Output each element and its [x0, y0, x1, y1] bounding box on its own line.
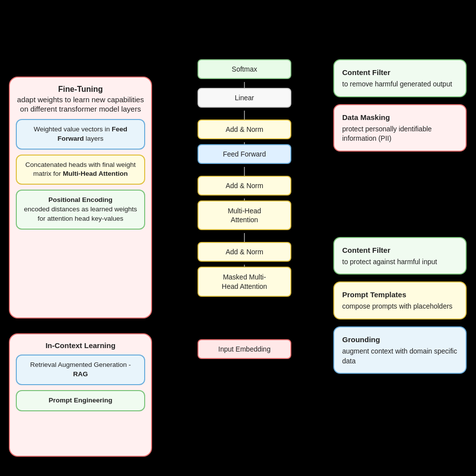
multihead-bold: Multi-Head Attention [63, 170, 127, 177]
content-filter-input-box: Content Filter to protect against harmfu… [333, 237, 467, 275]
softmax-block: Softmax [198, 59, 291, 79]
data-masking-text: protect personally identifiable informat… [342, 125, 432, 143]
in-context-title: In-Context Learning [16, 341, 145, 350]
grounding-text: augment context with domain specific dat… [342, 347, 457, 365]
addnorm-label-3: Add & Norm [226, 248, 263, 256]
vline2 [244, 111, 245, 119]
multihead-block: Multi-HeadAttention [198, 200, 291, 230]
center-column: Softmax Linear Add & Norm Feed Forward A… [193, 59, 296, 362]
content-filter-input-text: to protect against harmful input [342, 258, 437, 266]
feedforward-info-box: Weighted value vectors in Feed Forward l… [16, 119, 145, 150]
data-masking-box: Data Masking protect personally identifi… [333, 104, 467, 152]
rag-box: Retrieval Augmented Generation - RAG [16, 355, 145, 385]
diagram-container: Fine-Tuning adapt weights to learn new c… [0, 0, 476, 476]
multihead-label: Multi-HeadAttention [228, 207, 261, 224]
softmax-label: Softmax [232, 65, 257, 73]
content-filter-input-title: Content Filter [342, 245, 458, 255]
multihead-info-box: Concatenated heads with final weight mat… [16, 155, 145, 185]
prompt-templates-title: Prompt Templates [342, 289, 458, 300]
prompt-templates-box: Prompt Templates compose prompts with pl… [333, 281, 467, 319]
grounding-box: Grounding augment context with domain sp… [333, 326, 467, 374]
fine-tuning-title-bold: Fine-Tuning [58, 85, 103, 93]
vline6 [244, 233, 245, 242]
prompt-engineering-label: Prompt Engineering [48, 397, 112, 404]
positional-encoding-box: Positional Encoding encoded distances as… [16, 190, 145, 230]
input-embedding-block: Input Embedding [198, 339, 291, 359]
input-embedding-label: Input Embedding [218, 345, 271, 353]
feedforward-block: Feed Forward [198, 144, 291, 164]
positional-encoding-text: encoded distances as learned weights for… [24, 205, 137, 222]
data-masking-title: Data Masking [342, 112, 458, 122]
fine-tuning-title-text: adapt weights to learn new capabilities … [17, 95, 144, 114]
linear-block: Linear [198, 88, 291, 108]
addnorm-block-1: Add & Norm [198, 119, 291, 139]
addnorm-block-3: Add & Norm [198, 242, 291, 262]
feedforward-pre: Weighted value vectors in [34, 125, 112, 133]
right-spacer-1 [333, 159, 467, 230]
addnorm-block-2: Add & Norm [198, 176, 291, 196]
fine-tuning-box: Fine-Tuning adapt weights to learn new c… [9, 77, 152, 318]
content-filter-output-text: to remove harmful generated output [342, 80, 452, 88]
prompt-templates-text: compose prompts with placeholders [342, 302, 452, 310]
linear-label: Linear [235, 94, 254, 102]
masked-label: Masked Multi-Head Attention [222, 273, 267, 290]
feedforward-post: layers [84, 135, 104, 142]
rag-bold: RAG [73, 370, 88, 378]
prompt-engineering-box: Prompt Engineering [16, 390, 145, 411]
masked-block: Masked Multi-Head Attention [198, 267, 291, 296]
in-context-box: In-Context Learning Retrieval Augmented … [9, 333, 152, 457]
positional-encoding-title: Positional Encoding [48, 196, 113, 203]
grounding-title: Grounding [342, 334, 458, 345]
addnorm-label-1: Add & Norm [226, 125, 263, 133]
right-column: Content Filter to remove harmful generat… [333, 59, 467, 374]
content-filter-output-box: Content Filter to remove harmful generat… [333, 59, 467, 97]
rag-pre: Retrieval Augmented Generation - [30, 361, 131, 368]
content-filter-output-title: Content Filter [342, 67, 458, 78]
vline1 [244, 82, 245, 88]
feedforward-label: Feed Forward [223, 150, 266, 158]
fine-tuning-title: Fine-Tuning adapt weights to learn new c… [16, 84, 145, 114]
vline4 [244, 167, 245, 176]
addnorm-label-2: Add & Norm [226, 182, 263, 190]
